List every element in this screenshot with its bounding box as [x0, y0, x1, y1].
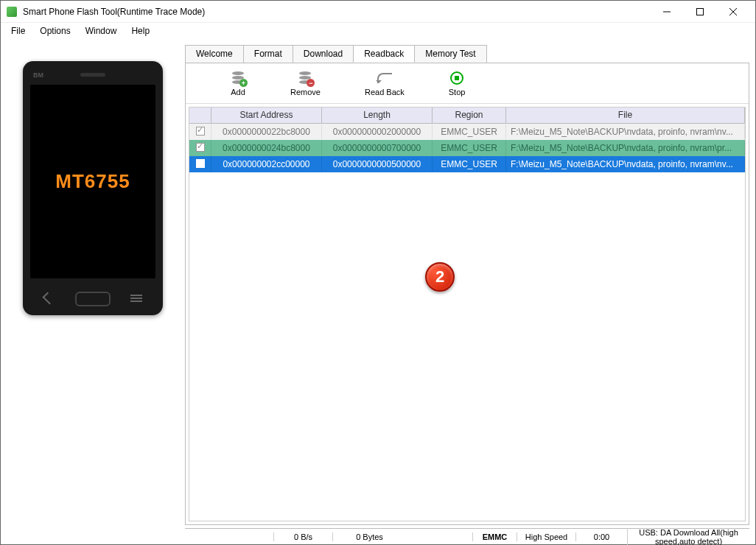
cell-region: EMMC_USER — [433, 157, 506, 172]
cell-start: 0x0000000022bc8000 — [211, 124, 322, 139]
tab-bar: Welcome Format Download Readback Memory … — [185, 45, 749, 63]
tab-welcome[interactable]: Welcome — [185, 45, 244, 63]
status-memory: EMMC — [472, 532, 517, 541]
database-remove-icon: − — [299, 71, 311, 85]
phone-chip: MT6755 — [55, 170, 130, 193]
table-row[interactable]: 0x0000000022bc8000 0x0000000002000000 EM… — [189, 124, 745, 140]
app-window: Smart Phone Flash Tool(Runtime Trace Mod… — [0, 0, 756, 545]
close-button[interactable] — [716, 1, 749, 22]
col-file[interactable]: File — [506, 108, 745, 123]
row-checkbox[interactable] — [196, 159, 205, 168]
cell-region: EMMC_USER — [433, 124, 506, 139]
tab-readback[interactable]: Readback — [353, 45, 415, 63]
window-title: Smart Phone Flash Tool(Runtime Trace Mod… — [23, 7, 650, 17]
cell-region: EMMC_USER — [433, 141, 506, 155]
phone-screen: MT6755 — [30, 85, 155, 278]
menubar: File Options Window Help — [1, 23, 755, 39]
add-button[interactable]: + Add — [230, 70, 246, 96]
status-bytes: 0 Bytes — [332, 532, 406, 541]
cell-file: F:\Meizu_M5_Note\BACKUP\nvdata, proinfo,… — [506, 157, 745, 172]
col-region[interactable]: Region — [433, 108, 506, 123]
status-time: 0:00 — [575, 532, 627, 541]
phone-back-icon — [43, 292, 55, 305]
cell-length: 0x0000000002000000 — [322, 124, 433, 139]
cell-start: 0x0000000024bc8000 — [211, 141, 322, 155]
cell-length: 0x0000000000500000 — [322, 157, 433, 172]
cell-length: 0x0000000000700000 — [322, 141, 433, 155]
status-usb: USB: DA Download All(high speed,auto det… — [627, 528, 749, 546]
tab-download[interactable]: Download — [293, 45, 354, 63]
col-length[interactable]: Length — [322, 108, 433, 123]
col-start[interactable]: Start Address — [211, 108, 322, 123]
status-speed: High Speed — [517, 532, 575, 541]
status-rate: 0 B/s — [273, 532, 332, 541]
table-row[interactable]: 0x000000002cc00000 0x0000000000500000 EM… — [189, 156, 745, 172]
remove-button[interactable]: − Remove — [290, 70, 321, 96]
cell-file: F:\Meizu_M5_Note\BACKUP\nvdata, proinfo,… — [506, 141, 745, 155]
phone-menu-icon — [130, 293, 142, 303]
phone-brand: BM — [33, 71, 43, 79]
tab-memory-test[interactable]: Memory Test — [414, 45, 486, 63]
phone-earpiece — [80, 73, 105, 77]
phone-home-icon — [75, 292, 111, 306]
col-checkbox — [189, 108, 211, 123]
readback-panel: + Add − Remove Read Back Stop — [185, 63, 749, 525]
titlebar: Smart Phone Flash Tool(Runtime Trace Mod… — [1, 1, 755, 23]
callout-badge: 2 — [425, 262, 455, 292]
tab-format[interactable]: Format — [243, 45, 293, 63]
stop-button[interactable]: Stop — [449, 70, 466, 96]
sidebar: BM MT6755 — [1, 39, 185, 544]
stop-icon — [450, 71, 463, 85]
database-add-icon: + — [232, 71, 244, 85]
maximize-button[interactable] — [683, 1, 716, 22]
cell-start: 0x000000002cc00000 — [211, 157, 322, 172]
table-row[interactable]: 0x0000000024bc8000 0x0000000000700000 EM… — [189, 140, 745, 156]
readback-icon — [377, 73, 392, 83]
readback-table: Start Address Length Region File 0x00000… — [189, 107, 746, 521]
menu-options[interactable]: Options — [34, 24, 76, 38]
status-bar: 0 B/s 0 Bytes EMMC High Speed 0:00 USB: … — [185, 528, 749, 544]
menu-window[interactable]: Window — [80, 24, 123, 38]
menu-help[interactable]: Help — [125, 24, 155, 38]
cell-file: F:\Meizu_M5_Note\BACKUP\nvdata, proinfo,… — [506, 124, 745, 139]
menu-file[interactable]: File — [5, 24, 31, 38]
table-header: Start Address Length Region File — [189, 108, 745, 124]
row-checkbox[interactable] — [196, 143, 205, 152]
toolbar: + Add − Remove Read Back Stop — [186, 63, 749, 104]
phone-preview: BM MT6755 — [23, 61, 163, 315]
app-icon — [7, 7, 17, 17]
readback-button[interactable]: Read Back — [365, 70, 405, 96]
svg-rect-1 — [696, 8, 703, 15]
minimize-button[interactable] — [650, 1, 683, 22]
row-checkbox[interactable] — [196, 127, 205, 136]
